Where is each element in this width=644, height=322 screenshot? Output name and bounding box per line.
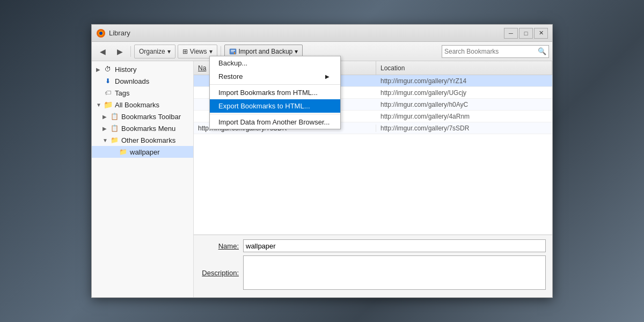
column-header-location: Location	[376, 61, 552, 75]
sidebar-item-all-bookmarks[interactable]: ▼ 📁 All Bookmarks	[92, 99, 193, 111]
title-bar: Library ─ □ ✕	[92, 25, 552, 42]
sidebar-item-all-bookmarks-label: All Bookmarks	[115, 101, 159, 109]
import-backup-arrow: ▾	[295, 48, 298, 55]
row-5-location: http://imgur.com/gallery/7sSDR	[376, 125, 552, 132]
window-title: Library	[109, 29, 504, 37]
organize-button[interactable]: Organize ▾	[134, 45, 175, 58]
forward-button[interactable]: ▶	[112, 45, 127, 58]
bookmarks-menu-arrow: ▶	[103, 126, 109, 131]
menu-item-backup[interactable]: Backup...	[210, 56, 340, 70]
export-html-label: Export Bookmarks to HTML...	[218, 102, 310, 110]
description-textarea[interactable]	[243, 255, 546, 290]
row-4-location: http://imgur.com/gallery/4aRnm	[376, 113, 552, 120]
menu-item-export-html[interactable]: Export Bookmarks to HTML...	[210, 99, 340, 113]
row-1-location: http://imgur.com/gallery/YrZ14	[376, 77, 552, 85]
name-field-row: Name:	[200, 239, 546, 252]
wallpaper-folder-icon: 📁	[119, 148, 127, 156]
row-3-location: http://imgur.com/gallery/h0AyC	[376, 101, 552, 108]
bottom-panel: Name: Description:	[194, 235, 552, 297]
maximize-button[interactable]: □	[519, 28, 533, 39]
search-box[interactable]: 🔍	[442, 45, 549, 58]
name-input[interactable]	[243, 239, 546, 252]
import-backup-icon	[229, 48, 237, 55]
import-backup-label: Import and Backup	[239, 48, 293, 55]
menu-item-import-html[interactable]: Import Bookmarks from HTML...	[210, 86, 340, 99]
window-icon	[96, 28, 106, 38]
description-label: Description:	[200, 269, 243, 277]
sidebar-item-bookmarks-toolbar-label: Bookmarks Toolbar	[121, 113, 181, 121]
all-bookmarks-arrow: ▼	[96, 102, 103, 108]
downloads-icon: ⬇	[104, 77, 112, 85]
history-arrow: ▶	[96, 67, 103, 72]
sidebar-item-other-bookmarks-label: Other Bookmarks	[121, 136, 175, 144]
toolbar-separator-2	[221, 46, 221, 57]
sidebar-item-bookmarks-menu[interactable]: ▶ 📋 Bookmarks Menu	[92, 122, 193, 134]
menu-separator-2	[210, 114, 340, 114]
sidebar-item-history-label: History	[115, 65, 136, 74]
window-controls: ─ □ ✕	[504, 28, 548, 39]
sidebar-item-downloads-label: Downloads	[115, 77, 149, 85]
sidebar-item-other-bookmarks[interactable]: ▼ 📁 Other Bookmarks	[92, 134, 193, 146]
svg-rect-5	[231, 52, 234, 52]
backup-label: Backup...	[218, 59, 247, 67]
views-label: Views	[190, 48, 207, 55]
sidebar-item-tags[interactable]: ▶ 🏷 Tags	[92, 87, 193, 99]
description-field-row: Description:	[200, 255, 546, 290]
bookmarks-toolbar-arrow: ▶	[103, 114, 109, 120]
search-input[interactable]	[444, 48, 538, 55]
sidebar-item-history[interactable]: ▶ ⏱ History	[92, 63, 193, 75]
bookmarks-toolbar-icon: 📋	[110, 112, 119, 121]
menu-item-restore[interactable]: Restore ▶	[210, 70, 340, 83]
views-icon: ⊞	[182, 48, 188, 55]
organize-arrow: ▾	[167, 48, 171, 55]
back-button[interactable]: ◀	[95, 45, 110, 58]
all-bookmarks-icon: 📁	[104, 100, 112, 109]
toolbar-separator-1	[130, 46, 131, 57]
close-button[interactable]: ✕	[534, 28, 548, 39]
other-bookmarks-icon: 📁	[110, 136, 119, 144]
sidebar-item-wallpaper[interactable]: ▶ 📁 wallpaper	[92, 146, 193, 158]
name-label: Name:	[200, 242, 243, 250]
sidebar-item-wallpaper-label: wallpaper	[130, 148, 160, 156]
sidebar-item-downloads[interactable]: ▶ ⬇ Downloads	[92, 75, 193, 87]
import-browser-label: Import Data from Another Browser...	[218, 118, 330, 126]
row-2-location: http://imgur.com/gallery/UGcjy	[376, 89, 552, 97]
history-icon: ⏱	[104, 65, 112, 74]
tags-icon: 🏷	[104, 89, 112, 97]
views-arrow: ▾	[209, 48, 213, 55]
svg-point-2	[99, 32, 103, 35]
import-backup-dropdown: Backup... Restore ▶ Import Bookmarks fro…	[209, 56, 341, 129]
sidebar-item-tags-label: Tags	[115, 89, 129, 97]
restore-submenu-arrow: ▶	[325, 74, 330, 79]
sidebar-item-bookmarks-toolbar[interactable]: ▶ 📋 Bookmarks Toolbar	[92, 111, 193, 122]
svg-rect-4	[231, 50, 235, 51]
import-html-label: Import Bookmarks from HTML...	[218, 89, 318, 97]
other-bookmarks-arrow: ▼	[103, 137, 109, 143]
menu-separator-1	[210, 84, 340, 85]
bookmarks-menu-icon: 📋	[110, 124, 119, 133]
search-icon: 🔍	[538, 47, 546, 55]
minimize-button[interactable]: ─	[504, 28, 518, 39]
organize-label: Organize	[139, 48, 165, 55]
restore-label: Restore	[218, 72, 243, 80]
sidebar-item-bookmarks-menu-label: Bookmarks Menu	[121, 125, 175, 133]
sidebar: ▶ ⏱ History ▶ ⬇ Downloads ▶ 🏷 Tags ▼ 📁 A…	[92, 61, 194, 297]
menu-item-import-browser[interactable]: Import Data from Another Browser...	[210, 115, 340, 129]
